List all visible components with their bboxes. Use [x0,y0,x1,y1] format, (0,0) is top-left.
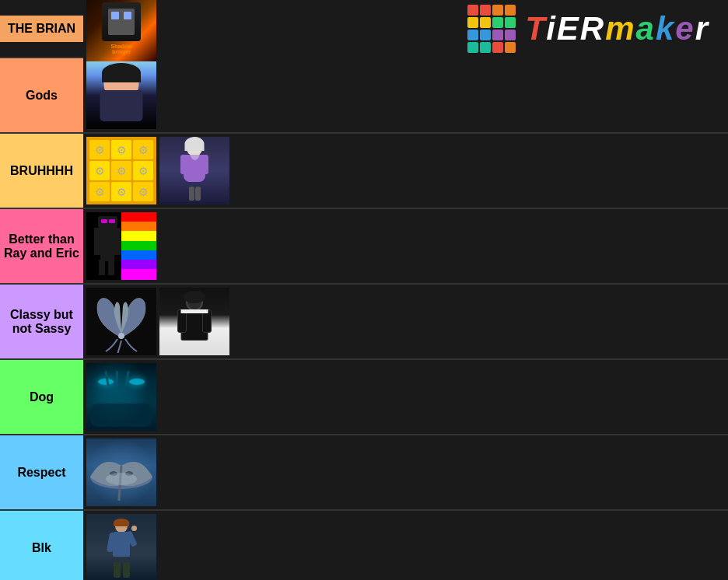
image-anime-guy [86,61,156,129]
logo-text: TiERmaker [525,10,709,47]
tier-label-gods: Gods [0,58,83,132]
tier-content-classy [83,285,728,358]
tier-content-dog [83,360,728,434]
tier-label-respect: Respect [0,435,83,509]
tier-label-classy: Classy but not Sassy [0,285,83,358]
tier-content-gods [83,58,728,132]
manta-ray-shape [86,438,156,506]
tier-row-gods: Gods [0,58,728,134]
image-yellow-pattern: ⚙ ⚙ ⚙ ⚙ ⚙ ⚙ ⚙ ⚙ ⚙ [86,137,156,204]
image-person [86,514,156,580]
tier-row-dog: Dog [0,360,728,435]
tier-content-the-brian: Shadowbringer [83,0,728,65]
tier-label-better: Better than Ray and Eric [0,209,83,283]
tier-row-bruhhhh: BRUHHHH ⚙ ⚙ ⚙ ⚙ ⚙ ⚙ ⚙ ⚙ ⚙ [0,134,728,209]
image-creature [86,363,156,431]
tier-row-respect: Respect [0,435,728,511]
tier-label-blk: Blk [0,511,83,580]
header-row: THE BRIAN Shadowbringer [0,0,728,58]
svg-point-4 [106,473,137,485]
image-girl-character [159,137,229,204]
tier-list: THE BRIAN Shadowbringer [0,0,728,580]
tier-content-respect [83,435,728,509]
tier-label-dog: Dog [0,360,83,434]
tier-content-blk [83,511,728,580]
tier-row-better: Better than Ray and Eric [0,209,728,285]
tier-label-bruhhhh: BRUHHHH [0,134,83,208]
tier-row-blk: Blk [0,511,728,580]
image-wing-symbol [86,288,156,355]
wing-icon [90,291,152,353]
logo-grid [467,5,516,53]
tier-row-classy: Classy but not Sassy [0,285,728,360]
tier-content-better [83,209,728,283]
image-dark-character [159,288,229,355]
svg-point-0 [118,333,124,339]
tier-label-the-brian: THE BRIAN [0,16,83,42]
image-shadowbringer: Shadowbringer [86,0,156,62]
image-enderman-rainbow [86,212,156,280]
image-stingray [86,438,156,506]
tier-content-bruhhhh: ⚙ ⚙ ⚙ ⚙ ⚙ ⚙ ⚙ ⚙ ⚙ [83,134,728,208]
tiermaker-logo: TiERmaker [467,5,725,53]
